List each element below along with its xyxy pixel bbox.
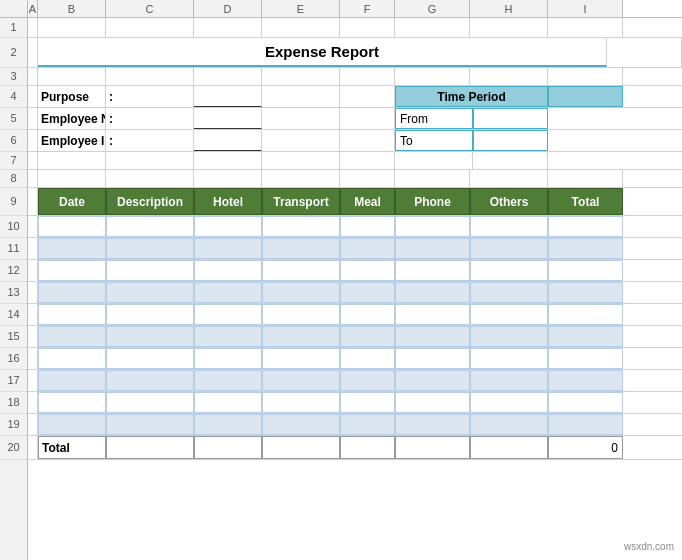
col-b-header: B xyxy=(38,0,106,17)
r11-g[interactable] xyxy=(395,238,470,259)
r15-b[interactable] xyxy=(38,326,106,347)
from-value[interactable] xyxy=(473,108,548,129)
r13-c[interactable] xyxy=(106,282,194,303)
r15-d[interactable] xyxy=(194,326,262,347)
r20-g[interactable] xyxy=(395,436,470,459)
r17-h[interactable] xyxy=(470,370,548,391)
r10-h[interactable] xyxy=(470,216,548,237)
r16-d[interactable] xyxy=(194,348,262,369)
r16-i[interactable] xyxy=(548,348,623,369)
r20-h[interactable] xyxy=(470,436,548,459)
r10-g[interactable] xyxy=(395,216,470,237)
r16-b[interactable] xyxy=(38,348,106,369)
r20-c[interactable] xyxy=(106,436,194,459)
r6-colon: : xyxy=(106,130,194,151)
r14-b[interactable] xyxy=(38,304,106,325)
r18-e[interactable] xyxy=(262,392,340,413)
row-num-4: 4 xyxy=(0,86,27,108)
r15-f[interactable] xyxy=(340,326,395,347)
r10-e[interactable] xyxy=(262,216,340,237)
r17-i[interactable] xyxy=(548,370,623,391)
r14-d[interactable] xyxy=(194,304,262,325)
r12-h[interactable] xyxy=(470,260,548,281)
r17-e[interactable] xyxy=(262,370,340,391)
r12-b[interactable] xyxy=(38,260,106,281)
r14-h[interactable] xyxy=(470,304,548,325)
r13-i[interactable] xyxy=(548,282,623,303)
r10-d[interactable] xyxy=(194,216,262,237)
r11-f[interactable] xyxy=(340,238,395,259)
r11-h[interactable] xyxy=(470,238,548,259)
r16-c[interactable] xyxy=(106,348,194,369)
r13-g[interactable] xyxy=(395,282,470,303)
r20-f[interactable] xyxy=(340,436,395,459)
r11-i[interactable] xyxy=(548,238,623,259)
r15-i[interactable] xyxy=(548,326,623,347)
r17-c[interactable] xyxy=(106,370,194,391)
r13-f[interactable] xyxy=(340,282,395,303)
r19-i[interactable] xyxy=(548,414,623,435)
r11-d[interactable] xyxy=(194,238,262,259)
r14-g[interactable] xyxy=(395,304,470,325)
r13-h[interactable] xyxy=(470,282,548,303)
r6-f xyxy=(340,130,395,151)
r20-e[interactable] xyxy=(262,436,340,459)
row-num-11: 11 xyxy=(0,238,27,260)
r14-c[interactable] xyxy=(106,304,194,325)
r19-g[interactable] xyxy=(395,414,470,435)
r10-c[interactable] xyxy=(106,216,194,237)
r18-c[interactable] xyxy=(106,392,194,413)
r18-i[interactable] xyxy=(548,392,623,413)
r12-g[interactable] xyxy=(395,260,470,281)
r15-c[interactable] xyxy=(106,326,194,347)
r1-e xyxy=(262,18,340,37)
r10-i[interactable] xyxy=(548,216,623,237)
r17-f[interactable] xyxy=(340,370,395,391)
r15-h[interactable] xyxy=(470,326,548,347)
r12-d[interactable] xyxy=(194,260,262,281)
r14-f[interactable] xyxy=(340,304,395,325)
r7-a xyxy=(28,152,38,169)
r16-e[interactable] xyxy=(262,348,340,369)
r13-b[interactable] xyxy=(38,282,106,303)
row-num-6: 6 xyxy=(0,130,27,152)
r14-i[interactable] xyxy=(548,304,623,325)
r13-d[interactable] xyxy=(194,282,262,303)
r12-i[interactable] xyxy=(548,260,623,281)
r20-d[interactable] xyxy=(194,436,262,459)
r18-g[interactable] xyxy=(395,392,470,413)
r17-b[interactable] xyxy=(38,370,106,391)
r18-h[interactable] xyxy=(470,392,548,413)
r19-b[interactable] xyxy=(38,414,106,435)
r18-d[interactable] xyxy=(194,392,262,413)
r18-b[interactable] xyxy=(38,392,106,413)
r15-e[interactable] xyxy=(262,326,340,347)
r13-e[interactable] xyxy=(262,282,340,303)
r15-a xyxy=(28,326,38,347)
r11-e[interactable] xyxy=(262,238,340,259)
r16-g[interactable] xyxy=(395,348,470,369)
r12-f[interactable] xyxy=(340,260,395,281)
r15-g[interactable] xyxy=(395,326,470,347)
r16-f[interactable] xyxy=(340,348,395,369)
r17-g[interactable] xyxy=(395,370,470,391)
purpose-colon: : xyxy=(109,90,113,104)
r14-e[interactable] xyxy=(262,304,340,325)
r19-d[interactable] xyxy=(194,414,262,435)
r18-f[interactable] xyxy=(340,392,395,413)
r11-b[interactable] xyxy=(38,238,106,259)
r10-b[interactable] xyxy=(38,216,106,237)
r19-f[interactable] xyxy=(340,414,395,435)
r17-d[interactable] xyxy=(194,370,262,391)
r19-c[interactable] xyxy=(106,414,194,435)
r19-e[interactable] xyxy=(262,414,340,435)
r12-e[interactable] xyxy=(262,260,340,281)
r12-c[interactable] xyxy=(106,260,194,281)
col-f-header: F xyxy=(340,0,395,17)
row-16 xyxy=(28,348,682,370)
r16-h[interactable] xyxy=(470,348,548,369)
r11-c[interactable] xyxy=(106,238,194,259)
r19-h[interactable] xyxy=(470,414,548,435)
r10-f[interactable] xyxy=(340,216,395,237)
to-value[interactable] xyxy=(473,130,548,151)
